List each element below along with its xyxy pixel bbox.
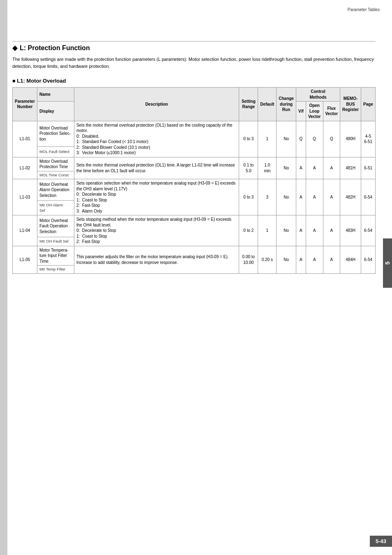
col-header-setting-range: SettingRange (239, 88, 258, 121)
param-range-l1-02: 0.1 to5.0 (239, 157, 258, 179)
col-header-flux-vector: FluxVector (323, 102, 340, 121)
page-header: Parameter Tables (348, 7, 380, 12)
param-desc-l1-02: Sets the motor thermal overload protecti… (74, 157, 239, 179)
diamond-icon: ◆ (12, 44, 17, 52)
param-display-l1-02: MOL Time Const (37, 171, 74, 179)
param-name-l1-01: Motor OverloadProtection Selec-tion (37, 121, 74, 146)
col-header-change-during-run: ChangeduringRun (277, 88, 296, 121)
top-rule (12, 41, 376, 42)
param-flux-l1-04: A (323, 215, 340, 246)
left-bar (0, 0, 7, 555)
param-number-l1-01: L1-01 (13, 121, 37, 157)
param-vf-l1-01: Q (296, 121, 306, 157)
param-default-l1-04: 1 (258, 215, 277, 246)
param-page-l1-01: 4-56-51 (361, 121, 376, 157)
section-title: L: Protection Function (20, 44, 90, 52)
col-header-display: Display (37, 102, 74, 121)
col-header-param-num: ParameterNumber (13, 88, 37, 121)
param-default-l1-03: 3 (258, 179, 277, 215)
col-header-memo-bus: MEMO-BUSRegister (340, 88, 361, 121)
param-vf-l1-03: A (296, 179, 306, 215)
param-display-l1-01: MOL Fault Select (37, 146, 74, 157)
param-memo-l1-01: 480H (340, 121, 361, 157)
table-row: L1-02 Motor OverloadProtection Time Sets… (13, 157, 376, 171)
chapter-tab: 5 (383, 238, 392, 288)
param-number-l1-03: L1-03 (13, 179, 37, 215)
page-number-box: 5-43 (370, 536, 392, 547)
section-heading: ◆ L: Protection Function (12, 44, 376, 52)
col-header-description: Description (74, 88, 239, 121)
col-header-control-methods: ControlMethods (296, 88, 340, 102)
param-flux-l1-03: A (323, 179, 340, 215)
table-row: L1-05 Motor Tempera-ture Input FilterTim… (13, 246, 376, 266)
param-default-l1-05: 0.20 s (258, 246, 277, 273)
param-display-l1-03: Mtr OH AlarmSel (37, 201, 74, 215)
param-flux-l1-02: A (323, 157, 340, 179)
param-desc-l1-01: Sets the motor thermal overload protecti… (74, 121, 239, 157)
param-number-l1-05: L1-05 (13, 246, 37, 273)
param-memo-l1-05: 484H (340, 246, 361, 273)
param-name-l1-03: Motor OverheatAlarm OperationSelection (37, 179, 74, 201)
param-change-l1-05: No (277, 246, 296, 273)
section-description: The following settings are made with the… (12, 56, 376, 69)
param-page-l1-04: 6-54 (361, 215, 376, 246)
param-vf-l1-05: A (296, 246, 306, 273)
param-default-l1-02: 1.0min (258, 157, 277, 179)
main-content: Parameter Tables ◆ L: Protection Functio… (12, 0, 376, 274)
param-range-l1-03: 0 to 3 (239, 179, 258, 215)
param-range-l1-01: 0 to 3 (239, 121, 258, 157)
param-desc-l1-05: This parameter adjusts the filter on the… (74, 246, 239, 273)
param-name-l1-02: Motor OverloadProtection Time (37, 157, 74, 171)
table-row: L1-01 Motor OverloadProtection Selec-tio… (13, 121, 376, 146)
param-change-l1-04: No (277, 215, 296, 246)
param-name-l1-04: Motor OverheatFault OperationSelection (37, 215, 74, 237)
page-number: 5-43 (376, 538, 386, 544)
param-number-l1-04: L1-04 (13, 215, 37, 246)
col-header-default: Default (258, 88, 277, 121)
param-name-l1-05: Motor Tempera-ture Input FilterTime (37, 246, 74, 266)
param-flux-l1-01: Q (323, 121, 340, 157)
param-ol-l1-03: A (306, 179, 323, 215)
param-memo-l1-02: 481H (340, 157, 361, 179)
param-ol-l1-04: A (306, 215, 323, 246)
param-change-l1-01: No (277, 121, 296, 157)
param-vf-l1-04: A (296, 215, 306, 246)
param-default-l1-01: 1 (258, 121, 277, 157)
param-range-l1-04: 0 to 2 (239, 215, 258, 246)
col-header-name: Name (37, 88, 74, 102)
subsection-heading: L1: Motor Overload (12, 78, 376, 84)
param-memo-l1-04: 483H (340, 215, 361, 246)
param-ol-l1-05: A (306, 246, 323, 273)
param-memo-l1-03: 482H (340, 179, 361, 215)
param-desc-l1-04: Sets stopping method when the motor temp… (74, 215, 239, 246)
param-page-l1-03: 6-54 (361, 179, 376, 215)
param-change-l1-03: No (277, 179, 296, 215)
table-row: L1-03 Motor OverheatAlarm OperationSelec… (13, 179, 376, 201)
chapter-number: 5 (384, 261, 391, 265)
param-range-l1-05: 0.00 to10.00 (239, 246, 258, 273)
param-page-l1-05: 6-54 (361, 246, 376, 273)
col-header-page: Page (361, 88, 376, 121)
param-vf-l1-02: A (296, 157, 306, 179)
param-page-l1-02: 6-51 (361, 157, 376, 179)
param-ol-l1-02: A (306, 157, 323, 179)
param-display-l1-04: Mtr OH Fault Sel (37, 237, 74, 246)
param-display-l1-05: Mtr Temp Filter (37, 266, 74, 274)
param-flux-l1-05: A (323, 246, 340, 273)
parameter-table: ParameterNumber Name Description Setting… (12, 87, 376, 274)
param-change-l1-02: No (277, 157, 296, 179)
subsection-title: L1: Motor Overload (17, 78, 66, 84)
col-header-vf: V/f (296, 102, 306, 121)
param-ol-l1-01: Q (306, 121, 323, 157)
param-desc-l1-03: Sets operation selection when the motor … (74, 179, 239, 215)
table-row: L1-04 Motor OverheatFault OperationSelec… (13, 215, 376, 237)
col-header-open-loop: OpenLoopVector (306, 102, 323, 121)
param-number-l1-02: L1-02 (13, 157, 37, 179)
